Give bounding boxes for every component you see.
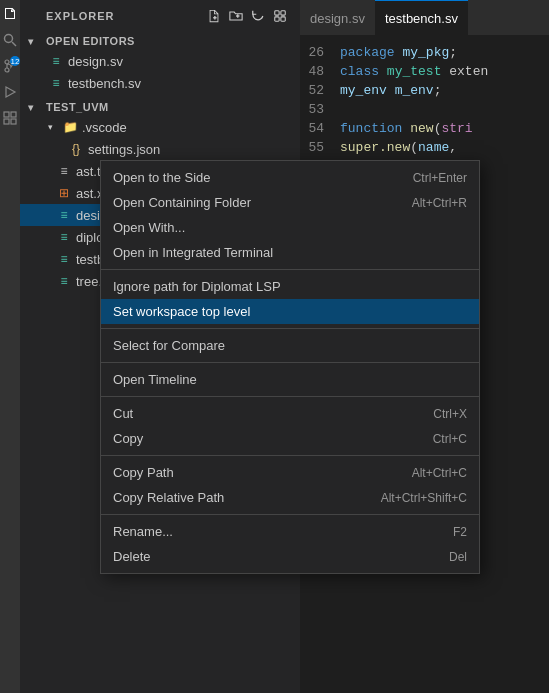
menu-set-workspace[interactable]: Set workspace top level (101, 299, 479, 324)
line-num-52: 52 (300, 81, 340, 100)
test-uvm-chevron: ▾ (28, 102, 44, 113)
code-line-55: 55 super.new(name, (300, 138, 549, 157)
sidebar-header-icons (206, 8, 288, 24)
menu-ignore-path-label: Ignore path for Diplomat LSP (113, 279, 281, 294)
menu-cut-label: Cut (113, 406, 133, 421)
open-editor-design[interactable]: ≡ design.sv (20, 50, 300, 72)
menu-open-to-side[interactable]: Open to the Side Ctrl+Enter (101, 165, 479, 190)
menu-copy[interactable]: Copy Ctrl+C (101, 426, 479, 451)
svg-rect-7 (11, 112, 16, 117)
settings-json-label: settings.json (88, 142, 300, 157)
new-file-icon[interactable] (206, 8, 222, 24)
vscode-chevron: ▾ (48, 122, 60, 132)
activity-bar: 12 (0, 0, 20, 693)
menu-delete-shortcut: Del (449, 550, 467, 564)
testb-icon: ≡ (56, 251, 72, 267)
test-uvm-header[interactable]: ▾ TEST_UVM (20, 98, 300, 116)
menu-open-containing[interactable]: Open Containing Folder Alt+Ctrl+R (101, 190, 479, 215)
activity-item-scm[interactable]: 12 (0, 56, 20, 76)
menu-copy-relative[interactable]: Copy Relative Path Alt+Ctrl+Shift+C (101, 485, 479, 510)
activity-item-explorer[interactable] (0, 4, 20, 24)
activity-item-debug[interactable] (0, 82, 20, 102)
svg-rect-15 (281, 11, 285, 15)
diplo-icon: ≡ (56, 229, 72, 245)
line-content-48: class my_test exten (340, 62, 549, 81)
tab-testbench-sv[interactable]: testbench.sv (375, 0, 468, 35)
settings-json[interactable]: {} settings.json (20, 138, 300, 160)
vscode-folder-label: .vscode (82, 120, 300, 135)
scm-badge: 12 (10, 56, 20, 66)
new-folder-icon[interactable] (228, 8, 244, 24)
separator-2 (101, 328, 479, 329)
svg-point-0 (5, 35, 13, 43)
explorer-title: EXPLORER (46, 10, 115, 22)
activity-item-search[interactable] (0, 30, 20, 50)
open-editor-testbench[interactable]: ≡ testbench.sv (20, 72, 300, 94)
menu-delete[interactable]: Delete Del (101, 544, 479, 569)
open-editors-section: ▾ OPEN EDITORS ≡ design.sv ≡ testbench.s… (20, 30, 300, 96)
tab-design-sv[interactable]: design.sv (300, 0, 375, 35)
open-editors-chevron: ▾ (28, 36, 44, 47)
menu-open-to-side-label: Open to the Side (113, 170, 211, 185)
menu-open-timeline[interactable]: Open Timeline (101, 367, 479, 392)
menu-delete-label: Delete (113, 549, 151, 564)
separator-3 (101, 362, 479, 363)
menu-copy-label: Copy (113, 431, 143, 446)
line-num-26: 26 (300, 43, 340, 62)
code-line-53: 53 (300, 100, 549, 119)
menu-select-compare[interactable]: Select for Compare (101, 333, 479, 358)
open-editors-header[interactable]: ▾ OPEN EDITORS (20, 32, 300, 50)
menu-cut-shortcut: Ctrl+X (433, 407, 467, 421)
svg-rect-16 (275, 17, 279, 21)
vscode-folder[interactable]: ▾ 📁 .vscode (20, 116, 300, 138)
menu-set-workspace-label: Set workspace top level (113, 304, 250, 319)
menu-copy-path-shortcut: Alt+Ctrl+C (412, 466, 467, 480)
context-menu: Open to the Side Ctrl+Enter Open Contain… (100, 160, 480, 574)
menu-cut[interactable]: Cut Ctrl+X (101, 401, 479, 426)
menu-ignore-path[interactable]: Ignore path for Diplomat LSP (101, 274, 479, 299)
svg-rect-14 (275, 11, 279, 15)
separator-5 (101, 455, 479, 456)
line-num-48: 48 (300, 62, 340, 81)
open-editor-design-label: design.sv (68, 54, 300, 69)
code-line-54: 54 function new(stri (300, 119, 549, 138)
line-content-52: my_env m_env; (340, 81, 549, 100)
refresh-icon[interactable] (250, 8, 266, 24)
line-num-55: 55 (300, 138, 340, 157)
menu-select-compare-label: Select for Compare (113, 338, 225, 353)
tab-design-label: design.sv (310, 11, 365, 26)
menu-open-with[interactable]: Open With... (101, 215, 479, 240)
svg-line-1 (12, 42, 16, 46)
separator-4 (101, 396, 479, 397)
open-editors-label: OPEN EDITORS (46, 35, 135, 47)
json-icon: {} (68, 141, 84, 157)
svg-point-4 (5, 68, 9, 72)
svg-rect-6 (4, 112, 9, 117)
activity-item-extensions[interactable] (0, 108, 20, 128)
collapse-all-icon[interactable] (272, 8, 288, 24)
tab-bar: design.sv testbench.sv (300, 0, 549, 35)
menu-open-with-label: Open With... (113, 220, 185, 235)
tab-testbench-label: testbench.sv (385, 11, 458, 26)
separator-1 (101, 269, 479, 270)
sv-file-icon: ≡ (48, 53, 64, 69)
menu-copy-path[interactable]: Copy Path Alt+Ctrl+C (101, 460, 479, 485)
menu-open-containing-shortcut: Alt+Ctrl+R (412, 196, 467, 210)
line-num-53: 53 (300, 100, 340, 119)
menu-copy-shortcut: Ctrl+C (433, 432, 467, 446)
code-line-26: 26 package my_pkg; (300, 43, 549, 62)
menu-copy-relative-label: Copy Relative Path (113, 490, 224, 505)
menu-rename[interactable]: Rename... F2 (101, 519, 479, 544)
menu-open-to-side-shortcut: Ctrl+Enter (413, 171, 467, 185)
menu-open-terminal[interactable]: Open in Integrated Terminal (101, 240, 479, 265)
menu-copy-relative-shortcut: Alt+Ctrl+Shift+C (381, 491, 467, 505)
line-content-26: package my_pkg; (340, 43, 549, 62)
line-num-54: 54 (300, 119, 340, 138)
svg-rect-17 (281, 17, 285, 21)
line-content-54: function new(stri (340, 119, 549, 138)
svg-marker-5 (6, 87, 15, 97)
menu-copy-path-label: Copy Path (113, 465, 174, 480)
sv-file-icon-2: ≡ (48, 75, 64, 91)
tree-icon: ≡ (56, 273, 72, 289)
svg-rect-9 (11, 119, 16, 124)
